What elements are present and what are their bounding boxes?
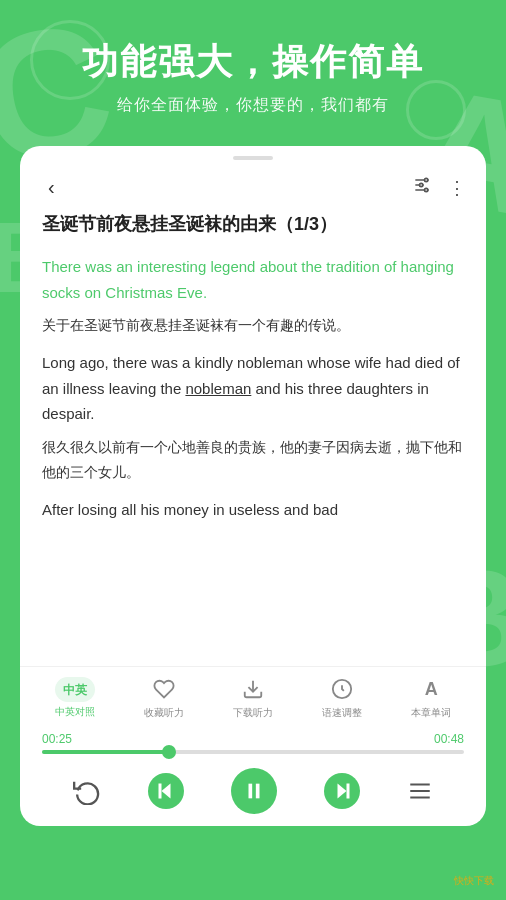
article-title: 圣诞节前夜悬挂圣诞袜的由来（1/3） — [42, 211, 464, 238]
svg-point-3 — [425, 179, 428, 182]
total-time: 00:48 — [434, 732, 464, 746]
progress-fill — [42, 750, 169, 754]
svg-rect-10 — [159, 784, 162, 799]
header-section: 功能强大，操作简单 给你全面体验，你想要的，我们都有 — [0, 0, 506, 136]
play-pause-button[interactable] — [231, 768, 277, 814]
reader-card: ‹ ⋮ 圣诞节前夜悬挂圣诞袜的由来（1/3） There was an inte… — [20, 146, 486, 826]
next-button[interactable] — [324, 773, 360, 809]
current-time: 00:25 — [42, 732, 72, 746]
playback-controls — [30, 762, 476, 822]
bottom-toolbar: 中英 中英对照 收藏听力 — [20, 666, 486, 826]
toolbar-vocab[interactable]: A 本章单词 — [411, 675, 451, 720]
vocab-label: 本章单词 — [411, 706, 451, 720]
progress-thumb — [162, 745, 176, 759]
topbar-icons: ⋮ — [412, 175, 466, 200]
more-icon[interactable]: ⋮ — [448, 177, 466, 199]
prev-button[interactable] — [148, 773, 184, 809]
svg-rect-15 — [346, 784, 349, 799]
toolbar-icons-row: 中英 中英对照 收藏听力 — [30, 675, 476, 720]
menu-button[interactable] — [407, 778, 433, 804]
watermark: 快快下载 — [454, 874, 494, 888]
vocab-icon: A — [425, 679, 438, 700]
toolbar-favorite[interactable]: 收藏听力 — [144, 675, 184, 720]
card-content[interactable]: 圣诞节前夜悬挂圣诞袜的由来（1/3） There was an interest… — [20, 211, 486, 666]
toolbar-download[interactable]: 下载听力 — [233, 675, 273, 720]
chinese-para-1: 关于在圣诞节前夜悬挂圣诞袜有一个有趣的传说。 — [42, 313, 464, 338]
sub-title: 给你全面体验，你想要的，我们都有 — [30, 95, 476, 116]
chinese-para-2: 很久很久以前有一个心地善良的贵族，他的妻子因病去逝，抛下他和他的三个女儿。 — [42, 435, 464, 485]
svg-rect-12 — [256, 784, 260, 799]
back-button[interactable]: ‹ — [40, 172, 63, 203]
toolbar-bilingual[interactable]: 中英 中英对照 — [55, 677, 95, 719]
download-label: 下载听力 — [233, 706, 273, 720]
nobleman-link[interactable]: nobleman — [185, 380, 251, 397]
english-para-3: After losing all his money in useless an… — [42, 497, 464, 523]
toolbar-speed[interactable]: 语速调整 — [322, 675, 362, 720]
settings-icon[interactable] — [412, 175, 432, 200]
bilingual-label: 中英对照 — [55, 705, 95, 719]
english-para-2: Long ago, there was a kindly nobleman wh… — [42, 350, 464, 427]
speed-label: 语速调整 — [322, 706, 362, 720]
main-title: 功能强大，操作简单 — [30, 40, 476, 83]
bilingual-icon: 中英 — [63, 683, 87, 697]
card-topbar: ‹ ⋮ — [20, 160, 486, 211]
svg-rect-11 — [248, 784, 252, 799]
favorite-label: 收藏听力 — [144, 706, 184, 720]
svg-point-5 — [425, 189, 428, 192]
svg-point-4 — [420, 184, 423, 187]
english-highlight-para: There was an interesting legend about th… — [42, 254, 464, 305]
progress-bar[interactable] — [42, 750, 464, 754]
progress-section: 00:25 00:48 — [30, 728, 476, 762]
replay-button[interactable] — [73, 777, 101, 805]
progress-times: 00:25 00:48 — [42, 732, 464, 746]
